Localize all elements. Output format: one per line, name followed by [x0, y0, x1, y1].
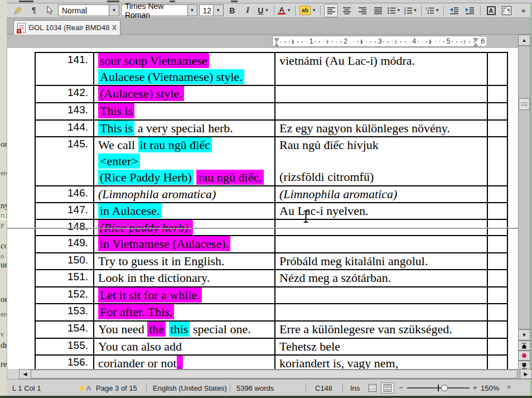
translation-text-cell[interactable]: [274, 236, 487, 252]
document-canvas[interactable]: 141.sour soup VietnameseAulacese (Vietna…: [7, 48, 518, 369]
chevron-down-icon[interactable]: ▼: [187, 5, 197, 16]
document-tab[interactable]: T GOL 1034 (Reair BMD48... X: [13, 20, 120, 35]
selection-mode-button[interactable]: [42, 4, 56, 17]
margin-cell[interactable]: [487, 322, 507, 338]
highlight-color-button[interactable]: ab ▼: [299, 4, 317, 17]
font-color-button[interactable]: A ▼: [278, 4, 292, 17]
insert-mode-status[interactable]: Ins: [350, 384, 360, 392]
row-number-cell[interactable]: 147.: [36, 203, 93, 219]
source-text-cell[interactable]: coriander or not,: [93, 356, 274, 369]
autocorrect-status[interactable]: ⚡A: [77, 384, 91, 392]
indent-marker-right-bottom[interactable]: [473, 42, 478, 47]
underline-button[interactable]: U▼: [257, 4, 270, 17]
source-text-cell[interactable]: This is: [93, 103, 274, 119]
align-left-button[interactable]: [324, 4, 338, 17]
row-number-cell[interactable]: 142.: [36, 86, 93, 102]
source-text-cell[interactable]: This is a very special herb.: [93, 121, 274, 136]
navigation-button[interactable]: [518, 351, 530, 361]
row-number-cell[interactable]: 149.: [36, 236, 93, 252]
row-number-cell[interactable]: 155.: [36, 339, 93, 354]
justify-button[interactable]: [371, 4, 385, 17]
previous-page-button[interactable]: [518, 341, 530, 351]
zoom-out-button[interactable]: −: [399, 383, 403, 392]
source-text-cell[interactable]: (Aulacese) style.: [93, 86, 274, 102]
chevron-down-icon[interactable]: ▼: [435, 8, 439, 13]
language-status[interactable]: English (United States): [153, 384, 227, 392]
numbered-list-button[interactable]: 123 ▼: [403, 4, 418, 17]
row-number-cell[interactable]: 154.: [36, 322, 93, 338]
translation-text-cell[interactable]: [274, 287, 487, 303]
row-number-cell[interactable]: 152.: [36, 287, 93, 303]
page-number-status[interactable]: Page 3 of 15: [96, 384, 137, 392]
chevron-down-icon[interactable]: ▼: [264, 8, 269, 13]
word-count-status[interactable]: 5396 words: [236, 384, 274, 392]
margin-cell[interactable]: [487, 203, 507, 219]
align-center-button[interactable]: [340, 4, 354, 17]
source-text-cell[interactable]: in Vietnamese (Aulacese).: [93, 236, 274, 252]
scroll-down-button[interactable]: ▼: [518, 329, 530, 341]
horizontal-scrollbar-thumb[interactable]: [31, 370, 518, 378]
margin-cell[interactable]: [487, 339, 507, 354]
margin-cell[interactable]: [487, 304, 507, 320]
indent-marker-left-bottom[interactable]: [274, 42, 279, 47]
margin-cell[interactable]: [487, 253, 507, 269]
scroll-up-button[interactable]: ▲: [518, 35, 530, 46]
translation-text-cell[interactable]: Erre a különlegesre van szükséged.: [274, 322, 487, 338]
translation-text-cell[interactable]: Próbáld meg kitalálni angolul.: [274, 253, 487, 269]
margin-cell[interactable]: [487, 86, 507, 102]
single-page-view-button[interactable]: [366, 382, 379, 394]
page-formatting-button[interactable]: ¶: [500, 4, 514, 17]
translation-text-cell[interactable]: [274, 86, 487, 102]
margin-cell[interactable]: [487, 186, 507, 202]
margin-cell[interactable]: [487, 137, 507, 185]
margin-cell[interactable]: [487, 121, 507, 136]
italic-button[interactable]: I: [241, 4, 255, 17]
row-number-cell[interactable]: 156.: [36, 356, 93, 369]
source-text-cell[interactable]: You need the this special one.: [93, 322, 274, 338]
source-text-cell[interactable]: Try to guess it in English.: [93, 253, 274, 269]
chevron-down-icon[interactable]: ▼: [287, 8, 291, 13]
source-text-cell[interactable]: in Aulacese.: [93, 203, 274, 219]
source-text-cell[interactable]: (Limnophila aromatica): [93, 186, 274, 202]
clone-formatting-button[interactable]: [11, 4, 25, 17]
row-number-cell[interactable]: 143.: [36, 103, 93, 119]
margin-cell[interactable]: [487, 236, 507, 252]
margin-cell[interactable]: [487, 53, 507, 85]
source-text-cell[interactable]: Look in the dictionary.: [93, 270, 274, 286]
indent-marker-right[interactable]: [473, 38, 478, 42]
font-size-select[interactable]: 12 ▼: [199, 4, 224, 16]
margin-cell[interactable]: [487, 103, 507, 119]
text-box-button[interactable]: A: [484, 4, 498, 17]
source-text-cell[interactable]: sour soup VietnameseAulacese (Vietnamese…: [93, 53, 274, 85]
source-text-cell[interactable]: We call it rau ngũ điếc<enter>(Rice Padd…: [93, 137, 274, 185]
bullet-list-button[interactable]: ▼: [386, 4, 402, 17]
chevron-down-icon[interactable]: ▼: [213, 5, 223, 16]
align-right-button[interactable]: [355, 4, 369, 17]
zoom-level-status[interactable]: 150%: [481, 384, 499, 392]
row-number-cell[interactable]: 141.: [36, 53, 93, 85]
translation-text-cell[interactable]: vietnámi (Au Lac-i) módra.: [274, 53, 487, 85]
multi-page-view-button[interactable]: [381, 382, 394, 394]
indent-marker-left[interactable]: [274, 38, 279, 42]
tab-close-icon[interactable]: X: [112, 24, 117, 32]
row-number-cell[interactable]: 146.: [36, 186, 93, 202]
margin-cell[interactable]: [487, 270, 507, 286]
font-name-select[interactable]: Times New Roman ▼: [121, 4, 197, 16]
source-text-cell[interactable]: You can also add: [93, 339, 274, 354]
decrease-indent-button[interactable]: [447, 4, 461, 17]
row-number-cell[interactable]: 150.: [36, 253, 93, 269]
zoom-in-button[interactable]: +: [473, 383, 477, 392]
translation-text-cell[interactable]: [274, 103, 487, 119]
row-number-cell[interactable]: 145.: [36, 137, 93, 185]
statusbar-overflow-button[interactable]: »: [507, 382, 511, 391]
translation-text-cell[interactable]: (Limnophila aromatica): [274, 186, 487, 202]
bold-button[interactable]: B: [225, 4, 239, 17]
translation-text-cell[interactable]: Ez egy nagyon különleges növény.: [274, 121, 487, 136]
row-number-cell[interactable]: 144.: [36, 121, 93, 136]
toolbar-overflow-button[interactable]: »: [516, 4, 530, 17]
margin-cell[interactable]: [487, 356, 507, 369]
increase-indent-button[interactable]: [463, 4, 477, 17]
chevron-down-icon[interactable]: ▼: [109, 5, 119, 16]
translation-text-cell[interactable]: Tehetsz bele: [274, 339, 487, 354]
vertical-scrollbar-track[interactable]: [518, 46, 530, 329]
